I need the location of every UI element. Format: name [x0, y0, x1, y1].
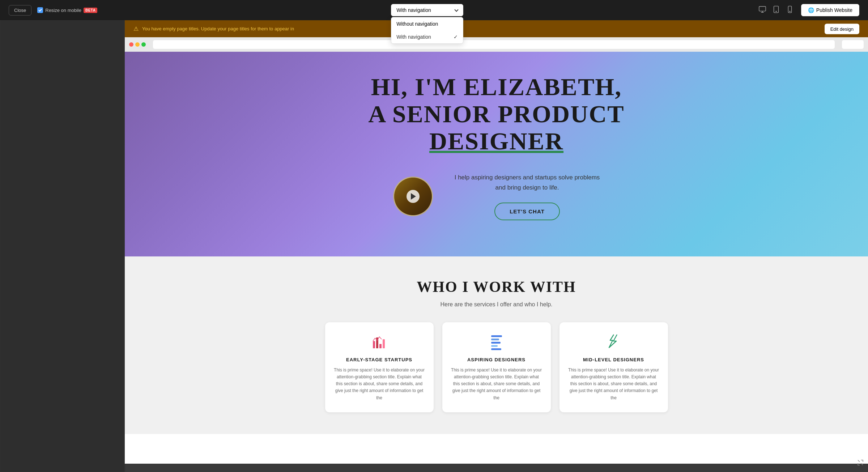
resize-checkbox — [37, 7, 43, 13]
checkmark-icon: ✓ — [454, 34, 458, 40]
svg-point-4 — [790, 11, 790, 12]
globe-icon: 🌐 — [808, 7, 814, 13]
hero-media-row: I help aspiring designers and startups s… — [393, 173, 600, 220]
nav-dropdown-menu: Without navigation With navigation ✓ — [391, 17, 463, 44]
expand-icon[interactable] — [857, 459, 864, 468]
hero-title-line2: A SENIOR PRODUCT — [368, 101, 624, 128]
browser-dots — [129, 42, 146, 47]
hero-title: HI, I'M ELIZABETH, A SENIOR PRODUCT DESI… — [368, 73, 624, 154]
close-button[interactable]: Close — [9, 5, 31, 16]
card-title-designers: ASPIRING DESIGNERS — [451, 357, 542, 362]
hero-subtitle-line1: I help aspiring designers and startups s… — [455, 174, 600, 181]
play-icon — [411, 193, 416, 200]
hero-text-col: I help aspiring designers and startups s… — [455, 173, 600, 220]
publish-button[interactable]: 🌐 Publish Website — [801, 4, 859, 16]
service-card-designers: ASPIRING DESIGNERS This is prime space! … — [442, 322, 551, 412]
svg-rect-0 — [759, 6, 766, 11]
warning-icon: ⚠ — [133, 25, 139, 32]
nav-dropdown-button[interactable]: With navigation — [391, 4, 463, 16]
browser-chrome — [125, 37, 868, 52]
card-icon-mid-designers — [568, 333, 659, 351]
nav-option-with-label: With navigation — [396, 34, 431, 40]
nav-option-without-label: Without navigation — [396, 21, 438, 27]
toolbar-left: Close Resize on mobile BETA — [9, 5, 97, 16]
hero-title-line3: DESIGNER — [368, 128, 624, 155]
card-text-startups: This is prime space! Use it to elaborate… — [334, 367, 425, 401]
card-icon-designers — [451, 333, 542, 351]
hero-subtitle: I help aspiring designers and startups s… — [455, 173, 600, 192]
resize-mobile-toggle[interactable]: Resize on mobile BETA — [37, 7, 97, 13]
chevron-down-icon — [454, 8, 458, 12]
hero-section: HI, I'M ELIZABETH, A SENIOR PRODUCT DESI… — [125, 52, 868, 256]
top-toolbar: Close Resize on mobile BETA With navigat… — [0, 0, 868, 20]
card-title-mid-designers: MID-LEVEL DESIGNERS — [568, 357, 659, 362]
nav-option-with[interactable]: With navigation ✓ — [391, 30, 463, 43]
card-text-designers: This is prime space! Use it to elaborate… — [451, 367, 542, 401]
warning-banner: ⚠ You have empty page titles. Update you… — [125, 20, 868, 37]
desktop-icon[interactable] — [757, 4, 768, 17]
work-section-title: WHO I WORK WITH — [139, 278, 854, 295]
card-title-startups: EARLY-STAGE STARTUPS — [334, 357, 425, 362]
beta-badge: BETA — [84, 8, 97, 13]
edit-design-button[interactable]: Edit design — [825, 24, 859, 34]
device-icons — [757, 4, 795, 17]
svg-rect-5 — [373, 341, 375, 348]
svg-rect-13 — [491, 348, 501, 350]
tablet-icon[interactable] — [771, 4, 782, 17]
cards-row: EARLY-STAGE STARTUPS This is prime space… — [139, 322, 854, 412]
nav-dropdown-wrapper: With navigation Without navigation With … — [391, 4, 463, 16]
toolbar-center: With navigation Without navigation With … — [391, 4, 463, 16]
hero-title-line1: HI, I'M ELIZABETH, — [368, 73, 624, 101]
svg-rect-11 — [491, 342, 501, 344]
hero-subtitle-line2: and bring design to life. — [495, 184, 559, 191]
svg-rect-8 — [383, 339, 385, 348]
left-sidebar — [0, 20, 125, 472]
svg-rect-12 — [491, 345, 498, 347]
nav-option-without[interactable]: Without navigation — [391, 17, 463, 30]
mobile-icon[interactable] — [784, 4, 795, 17]
preview-container: ⚠ You have empty page titles. Update you… — [125, 20, 868, 472]
lets-chat-button[interactable]: LET'S CHAT — [494, 203, 560, 220]
service-card-mid-designers: MID-LEVEL DESIGNERS This is prime space!… — [559, 322, 668, 412]
dot-red — [129, 42, 133, 47]
work-section-subtitle: Here are the services I offer and who I … — [139, 301, 854, 308]
work-section: WHO I WORK WITH Here are the services I … — [125, 256, 868, 434]
publish-label: Publish Website — [816, 7, 852, 13]
toolbar-right: 🌐 Publish Website — [757, 4, 859, 17]
dot-yellow — [135, 42, 140, 47]
svg-rect-9 — [491, 335, 502, 337]
browser-urlbar — [153, 40, 835, 49]
video-thumbnail[interactable] — [393, 177, 433, 216]
card-text-mid-designers: This is prime space! Use it to elaborate… — [568, 367, 659, 401]
play-button[interactable] — [407, 190, 420, 203]
website-content: HI, I'M ELIZABETH, A SENIOR PRODUCT DESI… — [125, 52, 868, 464]
browser-controls — [842, 40, 864, 49]
warning-text: You have empty page titles. Update your … — [142, 26, 294, 31]
service-card-startups: EARLY-STAGE STARTUPS This is prime space… — [325, 322, 434, 412]
svg-rect-7 — [379, 344, 382, 348]
resize-mobile-label: Resize on mobile — [45, 8, 81, 13]
card-icon-startups — [334, 333, 425, 351]
svg-rect-10 — [491, 339, 499, 340]
dot-green — [141, 42, 146, 47]
svg-point-2 — [776, 11, 776, 12]
nav-dropdown-selected-label: With navigation — [396, 7, 431, 13]
